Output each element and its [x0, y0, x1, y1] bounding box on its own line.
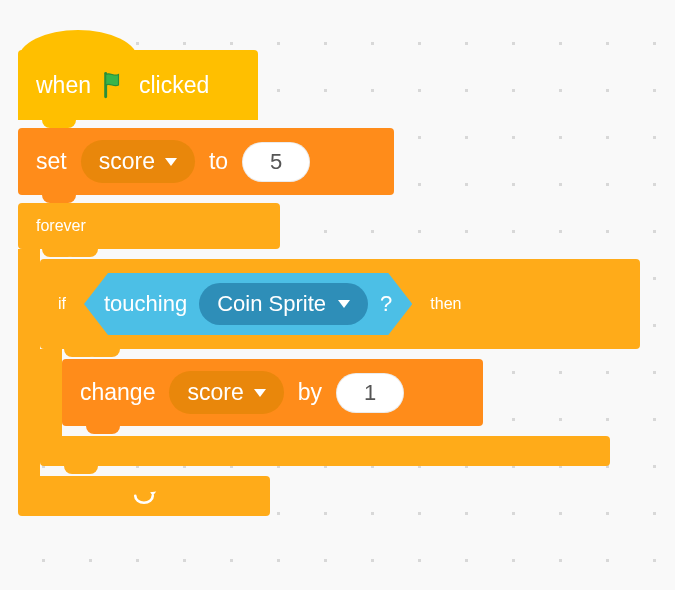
hat-suffix: clicked	[139, 72, 209, 99]
variable-dropdown[interactable]: score	[169, 371, 283, 414]
if-label: if	[58, 295, 66, 313]
set-variable-block[interactable]: set score to 5	[18, 128, 394, 195]
green-flag-icon	[101, 71, 129, 99]
touching-target: Coin Sprite	[217, 291, 326, 317]
set-mid-label: to	[209, 148, 228, 175]
change-mid-label: by	[298, 379, 322, 406]
number-input[interactable]: 5	[242, 142, 310, 182]
forever-block[interactable]: forever if touching Coin Sprite	[18, 203, 640, 516]
block-stack: when clicked set score to 5 forever	[18, 30, 640, 516]
touching-suffix: ?	[380, 291, 392, 317]
set-value: 5	[270, 149, 282, 175]
touching-label: touching	[104, 291, 187, 317]
variable-name: score	[99, 148, 155, 175]
if-then-block[interactable]: if touching Coin Sprite ? then	[40, 259, 640, 466]
forever-label: forever	[36, 217, 86, 235]
touching-reporter[interactable]: touching Coin Sprite ?	[84, 273, 412, 335]
hat-prefix: when	[36, 72, 91, 99]
change-op-label: change	[80, 379, 155, 406]
set-op-label: set	[36, 148, 67, 175]
change-variable-block[interactable]: change score by 1	[62, 359, 483, 426]
hat-when-flag-clicked[interactable]: when clicked	[18, 50, 258, 120]
variable-dropdown[interactable]: score	[81, 140, 195, 183]
number-input[interactable]: 1	[336, 373, 404, 413]
chevron-down-icon	[254, 389, 266, 397]
then-label: then	[430, 295, 461, 313]
loop-arrow-icon	[130, 483, 158, 509]
chevron-down-icon	[338, 300, 350, 308]
change-variable-name: score	[187, 379, 243, 406]
chevron-down-icon	[165, 158, 177, 166]
touching-target-dropdown[interactable]: Coin Sprite	[199, 283, 368, 325]
change-value: 1	[364, 380, 376, 406]
